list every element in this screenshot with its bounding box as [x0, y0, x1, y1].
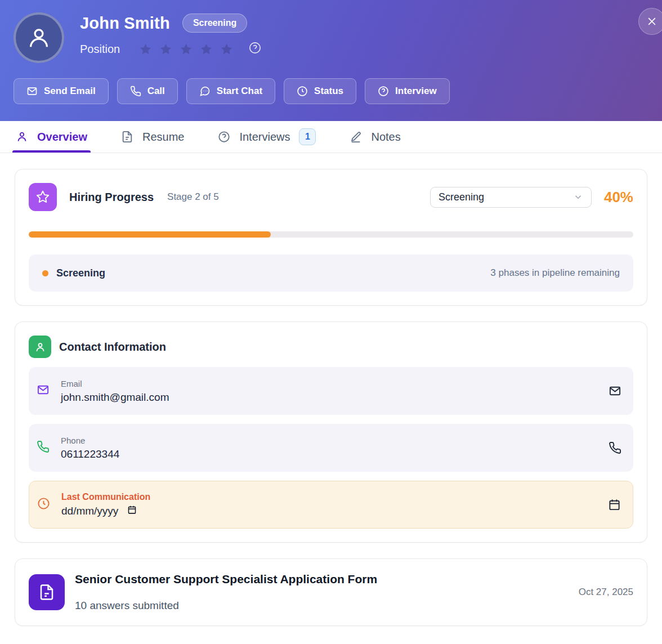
answers-submitted-text: 10 answers submitted [75, 600, 377, 612]
rating-stars[interactable] [139, 43, 233, 56]
phone-row: Phone 0611223344 [29, 424, 633, 472]
last-communication-row: Last Communication dd/mm/yyyy [29, 481, 633, 529]
email-value: john.smith@gmail.com [61, 391, 169, 404]
phone-value: 0611223344 [61, 448, 119, 460]
hiring-progress-card: Hiring Progress Stage 2 of 5 Screening 4… [15, 169, 647, 306]
current-phase-label: Screening [56, 267, 105, 279]
hiring-progress-title: Hiring Progress [69, 191, 154, 204]
date-picker-icon[interactable] [127, 505, 137, 517]
stage-indicator: Stage 2 of 5 [167, 191, 219, 203]
edit-icon [350, 131, 362, 143]
interviews-count-badge: 1 [299, 128, 316, 145]
stage-select[interactable]: Screening [430, 187, 592, 208]
help-circle-icon [378, 86, 389, 97]
star-icon [139, 43, 152, 56]
phone-label: Phone [61, 436, 119, 445]
progress-percentage: 40% [604, 189, 633, 206]
candidate-header: John Smith Screening Position S [0, 0, 662, 121]
help-circle-icon [218, 131, 230, 143]
interview-button[interactable]: Interview [365, 78, 450, 104]
star-icon [180, 43, 193, 56]
application-form-card[interactable]: Senior Customer Support Specialist Appli… [15, 558, 647, 626]
person-icon [16, 131, 28, 143]
submission-date: Oct 27, 2025 [579, 587, 633, 598]
candidate-name: John Smith [80, 14, 170, 33]
send-email-button[interactable]: Send Email [14, 78, 109, 104]
clock-icon [37, 497, 50, 512]
tab-overview[interactable]: Overview [16, 121, 87, 153]
phone-icon [130, 86, 141, 97]
close-button[interactable] [638, 8, 662, 35]
calendar-icon[interactable] [608, 498, 621, 511]
document-icon [121, 131, 133, 143]
avatar [14, 12, 64, 63]
chat-icon [199, 86, 211, 97]
status-badge: Screening [182, 14, 247, 33]
tab-notes[interactable]: Notes [350, 121, 400, 153]
form-document-icon [29, 574, 65, 610]
phase-dot-icon [42, 270, 48, 276]
call-phone-icon[interactable] [609, 441, 621, 454]
phone-icon [37, 440, 50, 455]
chevron-down-icon [573, 192, 583, 202]
star-badge-icon [29, 183, 57, 211]
star-icon [200, 43, 213, 56]
send-email-icon[interactable] [609, 384, 621, 397]
contact-information-title: Contact Information [59, 341, 166, 354]
star-icon [159, 43, 172, 56]
current-phase-row: Screening 3 phases in pipeline remaining [29, 254, 633, 292]
mail-icon [37, 383, 50, 399]
tab-resume[interactable]: Resume [121, 121, 184, 153]
start-chat-button[interactable]: Start Chat [186, 78, 275, 104]
close-icon [646, 16, 657, 27]
phases-remaining-text: 3 phases in pipeline remaining [490, 267, 620, 279]
application-form-title: Senior Customer Support Specialist Appli… [75, 573, 377, 586]
last-communication-date-input[interactable]: dd/mm/yyyy [61, 505, 150, 517]
tab-bar: Overview Resume Interviews 1 Notes [0, 121, 662, 153]
rating-help-icon[interactable] [249, 42, 261, 56]
status-button[interactable]: Status [284, 78, 356, 104]
clock-icon [297, 86, 308, 97]
person-icon [26, 25, 52, 51]
position-label: Position [80, 43, 120, 56]
email-label: Email [61, 379, 169, 388]
star-icon [220, 43, 233, 56]
progress-bar-track [29, 231, 633, 238]
contact-information-card: Contact Information Email john.smith@gma… [15, 321, 647, 543]
progress-bar-fill [29, 231, 271, 238]
tab-interviews[interactable]: Interviews 1 [218, 121, 316, 153]
email-row: Email john.smith@gmail.com [29, 367, 633, 415]
last-communication-label: Last Communication [61, 492, 150, 502]
call-button[interactable]: Call [117, 78, 178, 104]
mail-icon [26, 86, 38, 97]
contact-badge-icon [29, 336, 51, 358]
